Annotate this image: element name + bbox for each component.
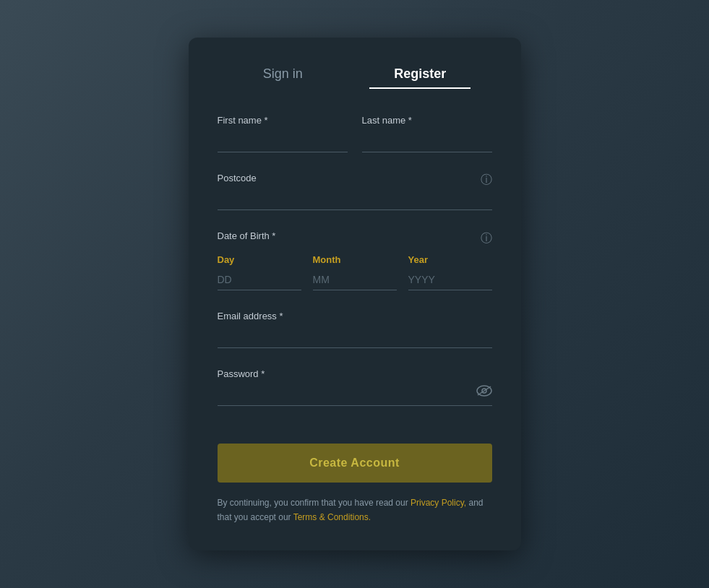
dob-month-group: Month <box>313 254 397 290</box>
email-input[interactable] <box>218 327 492 348</box>
firstname-group: First name * <box>218 115 348 152</box>
terms-link[interactable]: Terms & Conditions. <box>293 512 371 522</box>
postcode-input[interactable] <box>218 189 492 210</box>
firstname-input[interactable] <box>218 131 348 152</box>
dob-year-input[interactable] <box>408 269 492 290</box>
email-label: Email address * <box>218 311 492 321</box>
dob-header: Date of Birth * ⓘ <box>218 230 492 247</box>
postcode-info-icon[interactable]: ⓘ <box>481 173 492 188</box>
email-group: Email address * <box>218 311 492 348</box>
privacy-policy-link[interactable]: Privacy Policy, <box>411 498 466 508</box>
svg-line-2 <box>478 386 491 395</box>
password-row: Password * <box>218 368 492 406</box>
dob-month-label: Month <box>313 254 397 265</box>
name-row: First name * Last name * <box>218 115 492 152</box>
tab-active-indicator <box>369 87 470 89</box>
postcode-label: Postcode <box>218 173 492 183</box>
tab-bar: Sign in Register <box>218 66 492 89</box>
dob-year-group: Year <box>408 254 492 290</box>
firstname-label: First name * <box>218 115 348 126</box>
password-input[interactable] <box>218 385 492 406</box>
dob-label: Date of Birth * <box>218 230 276 241</box>
dob-info-icon[interactable]: ⓘ <box>481 231 492 246</box>
tab-signin[interactable]: Sign in <box>263 66 303 89</box>
dob-day-label: Day <box>218 254 301 265</box>
dob-day-input[interactable] <box>218 269 301 290</box>
password-group: Password * <box>218 368 492 406</box>
dob-day-group: Day <box>218 254 301 290</box>
lastname-input[interactable] <box>362 131 492 152</box>
dob-fields: Day Month Year <box>218 254 492 290</box>
create-account-button[interactable]: Create Account <box>218 444 492 483</box>
dob-year-label: Year <box>408 254 492 265</box>
tab-register[interactable]: Register <box>394 66 446 89</box>
lastname-label: Last name * <box>362 115 492 126</box>
lastname-group: Last name * <box>362 115 492 152</box>
password-label: Password * <box>218 368 492 379</box>
disclaimer-prefix: By continuing, you confirm that you have… <box>218 498 411 508</box>
postcode-row: Postcode ⓘ <box>218 173 492 210</box>
email-row: Email address * <box>218 311 492 348</box>
disclaimer-text: By continuing, you confirm that you have… <box>218 496 492 525</box>
password-toggle-icon[interactable] <box>476 385 492 400</box>
dob-section: Date of Birth * ⓘ Day Month Year <box>218 230 492 290</box>
dob-month-input[interactable] <box>313 269 397 290</box>
auth-card: Sign in Register First name * Last name … <box>189 38 521 551</box>
